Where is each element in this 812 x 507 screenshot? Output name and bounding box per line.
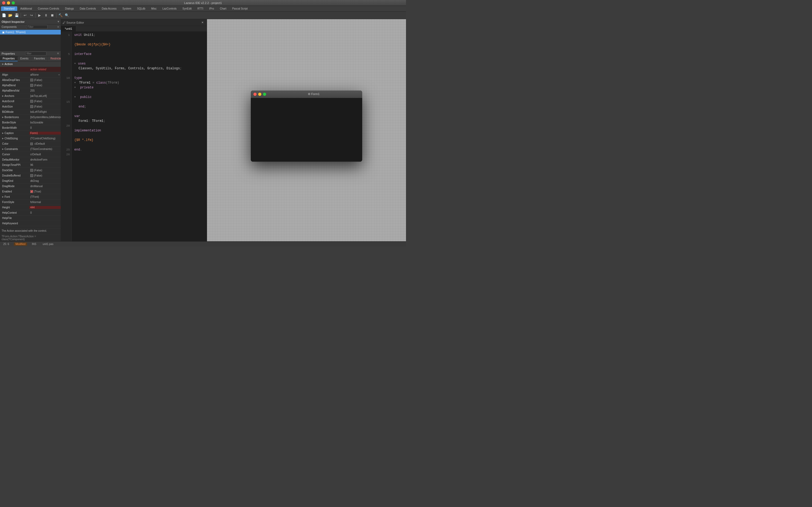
prop-row-enabled[interactable]: Enabled ✓ (True) [0, 189, 61, 194]
prop-row-helpfile[interactable]: HelpFile [0, 216, 61, 221]
prop-row-borderwidth[interactable]: BorderWidth 0 [0, 125, 61, 130]
prop-value-defaultmonitor[interactable]: dmActiveForm [29, 158, 61, 161]
tab-pascal-script[interactable]: Pascal Script [230, 6, 250, 11]
tab-favorites[interactable]: Favorites [31, 56, 48, 61]
tab-properties[interactable]: Properties [0, 56, 18, 61]
components-filter-close[interactable]: ✕ [57, 25, 59, 29]
line-num-13 [61, 90, 71, 95]
tab-restricted[interactable]: Restricted [48, 56, 61, 61]
form-body[interactable] [251, 98, 362, 162]
tab-ipro[interactable]: IPro [206, 6, 216, 11]
filter-icon[interactable]: ▾ [58, 20, 59, 23]
form-max-button[interactable] [263, 93, 266, 96]
tab-common-controls[interactable]: Common Controls [35, 6, 62, 11]
prop-row-doublebuffered[interactable]: DoubleBuffered (False) [0, 173, 61, 178]
tab-lazcontrols[interactable]: LazControls [160, 6, 179, 11]
tab-chart[interactable]: Chart [217, 6, 229, 11]
tab-rtti[interactable]: RTTI [195, 6, 206, 11]
checkbox-docksite[interactable] [30, 169, 33, 172]
prop-value-cursor[interactable]: crDefault [29, 153, 61, 156]
run-icon[interactable]: ▶ [37, 12, 43, 18]
prop-row-cursor[interactable]: Cursor crDefault [0, 152, 61, 157]
prop-row-dragmode[interactable]: DragMode dmManual [0, 184, 61, 189]
fold-arrow-tform1[interactable]: ▼ [74, 81, 77, 84]
prop-row-action-sub[interactable]: action related [0, 67, 61, 72]
prop-row-alphablendval[interactable]: AlphaBlendVal 255 [0, 88, 61, 94]
prop-row-alphablend[interactable]: AlphaBlend (False) [0, 83, 61, 88]
prop-row-childsizing[interactable]: ▶ ChildSizing (TControlChildSizing) [0, 136, 61, 141]
tab-dialogs[interactable]: Dialogs [62, 6, 76, 11]
form-close-button[interactable] [253, 93, 257, 96]
fold-arrow-private[interactable]: ▼ [74, 86, 77, 89]
prop-row-dragkind[interactable]: DragKind dkDrag [0, 178, 61, 184]
prop-value-height[interactable]: 444 [29, 206, 61, 209]
tab-synedit[interactable]: SynEdit [180, 6, 194, 11]
minimize-button[interactable] [7, 1, 10, 4]
prop-row-designtimeppi[interactable]: DesignTimePPI 96 [0, 162, 61, 168]
new-icon[interactable]: 📄 [1, 12, 7, 18]
maximize-button[interactable] [12, 1, 15, 4]
pause-icon[interactable]: ⏸ [43, 12, 49, 18]
fold-arrow-uses[interactable]: ▼ [74, 62, 77, 65]
properties-filter-close[interactable]: ✕ [57, 52, 59, 55]
prop-row-font[interactable]: ▶ Font (TFont) [0, 194, 61, 200]
tab-sqldb[interactable]: SQLdb [134, 6, 148, 11]
checkbox-alphablend[interactable] [30, 84, 33, 87]
checkbox-doublebuffered[interactable] [30, 174, 33, 177]
prop-row-anchors[interactable]: ▶ Anchors [akTop,akLeft] [0, 94, 61, 99]
prop-row-autoscroll[interactable]: AutoScroll (False) [0, 99, 61, 104]
redo-icon[interactable]: ↪ [28, 12, 34, 18]
checkbox-enabled[interactable]: ✓ [30, 190, 33, 193]
prop-row-caption[interactable]: ▶ Caption Form1 [0, 130, 61, 136]
prop-row-bidimode[interactable]: BiDiMode bdLeftToRight [0, 109, 61, 115]
prop-row-formstyle[interactable]: FormStyle fsNormal [0, 200, 61, 205]
prop-row-color[interactable]: Color clDefault [0, 141, 61, 147]
editor-tab-unit1[interactable]: *unit1 [61, 26, 76, 31]
prop-row-height[interactable]: Height 444 [0, 205, 61, 210]
prop-value-dragmode[interactable]: dmManual [29, 185, 61, 188]
prop-value-borderstyle[interactable]: bsSizeable [29, 121, 61, 124]
form-designer-panel[interactable]: ⚙ Form1 [207, 19, 406, 241]
prop-value-bidimode[interactable]: bdLeftToRight [29, 110, 61, 113]
source-editor[interactable]: 1 5 10 15 20 [61, 32, 207, 241]
checkbox-autosize[interactable] [30, 105, 33, 108]
prop-row-helpcontext[interactable]: HelpContext 0 [0, 210, 61, 216]
tab-misc[interactable]: Misc [148, 6, 160, 11]
close-button[interactable] [2, 1, 5, 4]
tab-additional[interactable]: Additional [18, 6, 35, 11]
tab-data-controls[interactable]: Data Controls [77, 6, 99, 11]
fold-arrow-public[interactable]: ▼ [74, 96, 77, 99]
prop-row-helpkeyword[interactable]: HelpKeyword [0, 221, 61, 226]
components-filter-input[interactable] [26, 25, 48, 29]
tab-data-access[interactable]: Data Access [99, 6, 119, 11]
editor-close-icon[interactable]: ✕ [199, 20, 205, 25]
prop-value-formstyle[interactable]: fsNormal [29, 201, 61, 204]
prop-value-caption[interactable]: Form1 [29, 132, 61, 134]
prop-row-allowdropfiles[interactable]: AllowDropFiles (False) [0, 77, 61, 83]
prop-row-action[interactable]: ▶ Action [0, 62, 61, 67]
prop-row-defaultmonitor[interactable]: DefaultMonitor dmActiveForm [0, 157, 61, 162]
tab-events[interactable]: Events [18, 56, 32, 61]
prop-row-docksite[interactable]: DockSite (False) [0, 168, 61, 173]
save-icon[interactable]: 💾 [14, 12, 20, 18]
component-form1[interactable]: ▣ Form1: TForm1 [0, 30, 61, 35]
build-icon[interactable]: 🔨 [58, 12, 63, 18]
prop-row-constraints[interactable]: ▶ Constraints (TSizeConstraints) [0, 147, 61, 152]
search-icon[interactable]: 🔍 [64, 12, 70, 18]
checkbox-autoscroll[interactable] [30, 100, 33, 103]
form-min-button[interactable] [258, 93, 261, 96]
prop-row-bordericons[interactable]: ▶ BorderIcons [biSystemMenu,biMinimize,b… [0, 115, 61, 120]
code-area[interactable]: unit Unit1; {$mode objfpc}{$H+} interfac… [72, 32, 207, 241]
prop-row-borderstyle[interactable]: BorderStyle bsSizeable [0, 120, 61, 125]
tab-standard[interactable]: Standard [1, 6, 17, 11]
open-icon[interactable]: 📂 [7, 12, 13, 18]
prop-value-dragkind[interactable]: dkDrag [29, 179, 61, 182]
stop-icon[interactable]: ⏹ [49, 12, 55, 18]
prop-row-align[interactable]: Align alNone ▾ [0, 72, 61, 77]
tab-system[interactable]: System [120, 6, 134, 11]
checkbox-allowdropfiles[interactable] [30, 78, 33, 81]
properties-filter-input[interactable] [25, 52, 47, 55]
prop-row-autosize[interactable]: AutoSize (False) [0, 104, 61, 109]
undo-icon[interactable]: ↩ [22, 12, 28, 18]
prop-value-align[interactable]: alNone ▾ [29, 73, 61, 76]
